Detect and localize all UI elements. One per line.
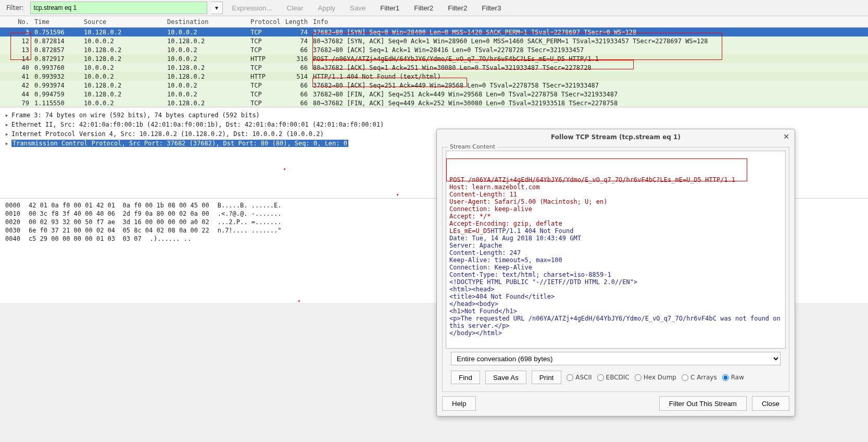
stream-request-line: Accept-Encoding: gzip, deflate	[449, 220, 782, 227]
dialog-title: Follow TCP Stream (tcp.stream eq 1)	[551, 133, 681, 141]
packet-cell: 12	[0, 38, 31, 45]
packet-cell: 10.128.0.2	[164, 64, 247, 71]
packet-row[interactable]: 410.99393210.0.0.210.128.0.2HTTP514HTTP/…	[0, 72, 868, 81]
packet-cell: TCP	[247, 64, 281, 71]
conversation-select[interactable]: Entire conversation (698 bytes)	[451, 352, 781, 365]
packet-cell: 3	[0, 29, 31, 36]
packet-cell: 10.128.0.2	[81, 82, 164, 89]
filter3-button[interactable]: Filter3	[476, 3, 506, 13]
packet-cell: 66	[281, 91, 310, 98]
filter-history-dropdown[interactable]: ▾	[211, 2, 223, 14]
expander-icon[interactable]: ▸	[4, 130, 9, 138]
packet-row[interactable]: 440.99475910.128.0.210.0.0.2TCP6637682→8…	[0, 90, 868, 99]
expander-icon[interactable]: ▸	[4, 121, 9, 128]
packet-cell: 42	[0, 82, 31, 89]
packet-cell: 514	[281, 73, 310, 80]
col-src[interactable]: Source	[81, 18, 164, 26]
col-dst[interactable]: Destination	[164, 18, 247, 26]
packet-cell: 66	[281, 64, 310, 71]
find-button[interactable]: Find	[451, 371, 480, 384]
packet-row[interactable]: 400.99376010.0.0.210.128.0.2TCP6680→3768…	[0, 63, 868, 72]
packet-cell: TCP	[247, 46, 281, 54]
stream-request-line: Connection: keep-alive	[449, 205, 782, 213]
packet-cell: 0.993974	[31, 82, 81, 89]
packet-cell: 0.751596	[31, 29, 81, 36]
radio-ebcdic[interactable]: EBCDIC	[597, 374, 630, 381]
conversation-selector: Entire conversation (698 bytes)	[451, 352, 781, 365]
close-button[interactable]: Close	[752, 396, 789, 411]
stream-content[interactable]: POST /n06YA/ATZj+4gEdH/64YbJY6/Ydmo/E_vO…	[446, 151, 786, 349]
stream-request-line: Content-Length: 11	[449, 191, 782, 198]
packet-cell: HTTP	[247, 73, 281, 80]
col-protocol[interactable]: Protocol	[247, 18, 281, 26]
filter-label: Filter:	[4, 4, 26, 11]
packet-cell: 10.128.0.2	[81, 55, 164, 63]
packet-row[interactable]: 120.87281410.0.0.210.128.0.2TCP7480→3768…	[0, 36, 868, 45]
packet-cell: 10.128.0.2	[164, 100, 247, 107]
save-button[interactable]: Save	[345, 3, 371, 13]
packet-cell: 79	[0, 100, 31, 107]
packet-cell: 66	[281, 82, 310, 89]
stream-response-line: Server: Apache	[449, 242, 782, 249]
packet-cell: 10.0.0.2	[164, 82, 247, 89]
dialog-titlebar[interactable]: Follow TCP Stream (tcp.stream eq 1) ✕	[437, 129, 795, 145]
packet-cell: TCP	[247, 38, 281, 45]
saveas-button[interactable]: Save As	[485, 371, 526, 384]
radio-carrays[interactable]: C Arrays	[682, 374, 717, 381]
filter2b-button[interactable]: Filter2	[443, 3, 472, 13]
packet-cell: 316	[281, 55, 310, 63]
close-icon[interactable]: ✕	[783, 132, 789, 141]
print-button[interactable]: Print	[532, 371, 561, 384]
packet-cell: 10.128.0.2	[164, 73, 247, 80]
clear-button[interactable]: Clear	[282, 3, 309, 13]
stream-response-line: </head><body>	[449, 300, 782, 308]
packet-cell: 10.0.0.2	[164, 46, 247, 54]
expander-icon[interactable]: ▸	[4, 140, 9, 147]
help-button[interactable]: Help	[442, 396, 476, 411]
apply-button[interactable]: Apply	[312, 3, 340, 13]
filter2-button[interactable]: Filter2	[409, 3, 438, 13]
packet-row[interactable]: 140.87291710.128.0.210.0.0.2HTTP316POST …	[0, 54, 868, 63]
packet-list-header: No. Time Source Destination Protocol Len…	[0, 16, 868, 28]
packet-cell: 80→37682 [ACK] Seq=1 Ack=251 Win=30080 L…	[310, 64, 868, 71]
packet-cell: HTTP/1.1 404 Not Found (text/html)	[310, 73, 868, 80]
filter-input[interactable]	[30, 2, 207, 14]
packet-row[interactable]: 420.99397410.128.0.210.0.0.2TCP6637682→8…	[0, 81, 868, 90]
packet-cell: POST /n06YA/ATZj+4gEdH/64YbJY6/Ydmo/E_vO…	[310, 55, 868, 63]
packet-cell: 0.994759	[31, 91, 81, 98]
radio-raw[interactable]: Raw	[722, 374, 744, 381]
packet-cell: 74	[281, 29, 310, 36]
packet-list: No. Time Source Destination Protocol Len…	[0, 16, 868, 107]
stream-content-group: Stream Content POST /n06YA/ATZj+4gEdH/64…	[442, 147, 789, 392]
packet-cell: 10.0.0.2	[81, 73, 164, 80]
expression-button[interactable]: Expression...	[227, 3, 278, 13]
packet-row[interactable]: 30.75159610.128.0.210.0.0.2TCP7437682→80…	[0, 28, 868, 36]
col-no[interactable]: No.	[0, 18, 31, 26]
col-info[interactable]: Info	[310, 18, 868, 26]
packet-cell: 0.872857	[31, 46, 81, 54]
detail-frame[interactable]: ▸Frame 3: 74 bytes on wire (592 bits), 7…	[4, 110, 864, 120]
packet-cell: 10.0.0.2	[81, 38, 164, 45]
stream-request-line: User-Agent: Safari/5.00 (Macintosh; U; e…	[449, 198, 782, 205]
group-legend: Stream Content	[448, 143, 497, 150]
packet-row[interactable]: 130.87285710.128.0.210.0.0.2TCP6637682→8…	[0, 45, 868, 54]
col-time[interactable]: Time	[31, 18, 81, 26]
radio-hexdump[interactable]: Hex Dump	[635, 374, 676, 381]
radio-ascii[interactable]: ASCII	[567, 374, 592, 381]
col-length[interactable]: Length	[281, 18, 310, 26]
dialog-action-row: Find Save As Print ASCII EBCDIC Hex Dump…	[451, 371, 781, 384]
stream-response-line: Content-Length: 247	[449, 249, 782, 256]
stream-response-line: Connection: Keep-Alive	[449, 264, 782, 271]
detail-eth[interactable]: ▸Ethernet II, Src: 42:01:0a:f0:00:1b (42…	[4, 120, 864, 129]
expander-icon[interactable]: ▸	[4, 112, 9, 119]
packet-row[interactable]: 791.11555010.0.0.210.128.0.2TCP6680→3768…	[0, 99, 868, 107]
filterout-button[interactable]: Filter Out This Stream	[659, 396, 747, 411]
packet-cell: TCP	[247, 82, 281, 89]
stream-request-line: POST /n06YA/ATZj+4gEdH/64YbJY6/Ydmo/E_vO…	[449, 176, 782, 183]
packet-cell: 13	[0, 46, 31, 54]
packet-cell: HTTP	[247, 55, 281, 63]
packet-cell: 10.0.0.2	[81, 100, 164, 107]
packet-cell: 37682→80 [FIN, ACK] Seq=251 Ack=449 Win=…	[310, 91, 868, 98]
filter1-button[interactable]: Filter1	[375, 3, 405, 13]
packet-list-body[interactable]: 30.75159610.128.0.210.0.0.2TCP7437682→80…	[0, 28, 868, 107]
